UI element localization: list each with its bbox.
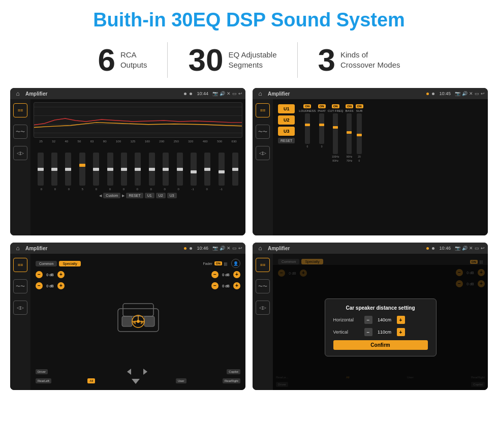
back-icon-4: ↩ (481, 246, 485, 251)
u1-btn[interactable]: U1 (145, 193, 154, 198)
dlg-sidebar-btn-3[interactable]: ◁▷ (256, 301, 270, 315)
stat-number-6: 6 (98, 44, 115, 76)
speaker-tabs-row: Common Specialty Fader ON ||| 👤 (36, 259, 240, 268)
u2-crossover[interactable]: U2 (278, 115, 295, 125)
dialog-sidebar: ≡≡ 〜〜 ◁▷ (253, 254, 273, 390)
status-bar-2: ⌂ Amplifier 10:45 📷 🔊 ✕ ▭ ↩ (253, 88, 488, 99)
minus-btn-4[interactable]: − (211, 282, 219, 289)
plus-btn-4[interactable]: + (233, 282, 240, 289)
thumb-7 (121, 168, 127, 171)
fader-sliders: ||| (224, 261, 227, 266)
rearright-btn[interactable]: RearRight (223, 378, 240, 383)
eq-graph (34, 102, 242, 138)
vertical-plus[interactable]: + (397, 328, 405, 336)
dlg-sidebar-btn-2[interactable]: 〜〜 (256, 279, 270, 293)
rect-icon-4: ▭ (475, 246, 479, 251)
u3-crossover[interactable]: U3 (278, 127, 295, 136)
slider-6 (107, 153, 113, 186)
common-tab-spk[interactable]: Common (36, 261, 57, 266)
eq-sidebar-btn-1[interactable]: ≡≡ (13, 103, 27, 117)
cross-sidebar-btn-2[interactable]: 〜〜 (256, 125, 270, 139)
time-1: 10:44 (197, 91, 208, 96)
svg-marker-10 (141, 320, 144, 324)
minus-btn-3[interactable]: − (211, 271, 219, 278)
copilot-btn[interactable]: Copilot (227, 369, 240, 374)
thumb-9 (149, 168, 155, 171)
reset-crossover[interactable]: RESET (278, 138, 295, 143)
dialog-box: Car speaker distance setting Horizontal … (325, 298, 437, 356)
eq-sidebar: ≡≡ 〜〜 ◁▷ (10, 99, 30, 235)
spk-sidebar-btn-2[interactable]: 〜〜 (13, 279, 27, 293)
home-icon-1[interactable]: ⌂ (13, 89, 22, 98)
ch-on-1: ON (303, 104, 311, 108)
freq-25: 25 (39, 140, 43, 143)
stat-text-crossover: Kinds ofCrossover Modes (340, 50, 400, 71)
plus-btn-3[interactable]: + (233, 271, 240, 278)
eq-sidebar-btn-2[interactable]: 〜〜 (13, 125, 27, 139)
specialty-tab-dlg: Specialty (301, 259, 323, 264)
eq-curve-svg (34, 103, 242, 137)
u2-btn[interactable]: U2 (156, 193, 166, 198)
home-icon-4[interactable]: ⌂ (256, 244, 265, 253)
crossover-content: ≡≡ 〜〜 ◁▷ U1 U2 U3 RESET (253, 99, 488, 235)
person-icon[interactable]: 👤 (231, 259, 240, 268)
minus-btn-1[interactable]: − (36, 271, 43, 278)
thumb-13 (204, 168, 210, 171)
custom-btn[interactable]: Custom (103, 193, 120, 198)
next-arrow[interactable]: ▶ (122, 194, 124, 198)
slider-1 (38, 153, 44, 186)
ch-cutfreq: ON CUT FREQ 100Hz 80Hz (328, 104, 344, 230)
eq-sidebar-btn-3[interactable]: ◁▷ (13, 146, 27, 160)
horizontal-minus[interactable]: − (364, 316, 372, 324)
horizontal-plus[interactable]: + (397, 316, 405, 324)
right-db-controls: − 0 dB + − 0 dB + (211, 271, 240, 367)
volume-icon-2: 🔊 (462, 91, 468, 96)
crossover-main-area: U1 U2 U3 RESET ON LOUDNESS 0 (273, 99, 488, 235)
freq-200: 200 (159, 140, 164, 143)
specialty-tab-spk[interactable]: Specialty (59, 261, 80, 266)
eq-screen: ⌂ Amplifier 10:44 📷 🔊 ✕ ▭ ↩ ≡≡ 〜〜 ◁▷ (10, 88, 245, 235)
home-icon-2[interactable]: ⌂ (256, 89, 265, 98)
slider-4 (79, 153, 85, 186)
status-bar-4: ⌂ Amplifier 10:46 📷 🔊 ✕ ▭ ↩ (253, 243, 488, 254)
rearleft-btn[interactable]: RearLeft (36, 378, 51, 383)
driver-btn[interactable]: Driver (36, 369, 48, 374)
freq-40: 40 (65, 140, 68, 143)
plus-btn-2[interactable]: + (57, 282, 65, 289)
svg-rect-3 (144, 316, 154, 326)
stat-crossover: 3 Kinds ofCrossover Modes (298, 44, 421, 76)
ch-thumb-4 (347, 131, 352, 134)
minus-btn-2[interactable]: − (36, 282, 43, 289)
fader-row: Fader ON ||| (203, 261, 227, 266)
vertical-minus[interactable]: − (364, 328, 372, 336)
screen-title-2: Amplifier (268, 91, 424, 97)
u3-btn[interactable]: U3 (167, 193, 177, 198)
stat-number-3: 3 (318, 44, 335, 76)
dot-8 (432, 247, 434, 250)
svg-marker-12 (143, 369, 147, 375)
home-icon-3[interactable]: ⌂ (13, 244, 22, 253)
all-btn[interactable]: All (87, 378, 95, 383)
spk-sidebar-btn-1[interactable]: ≡≡ (13, 258, 27, 272)
prev-arrow[interactable]: ◀ (99, 194, 102, 198)
plus-btn-1[interactable]: + (57, 271, 65, 278)
confirm-button[interactable]: Confirm (333, 340, 428, 350)
cross-sidebar-btn-3[interactable]: ◁▷ (256, 146, 270, 160)
db-val-1: 0 dB (44, 273, 56, 277)
eq-content: ≡≡ 〜〜 ◁▷ (10, 99, 245, 235)
spk-sidebar-btn-3[interactable]: ◁▷ (13, 301, 27, 315)
user-btn[interactable]: User (176, 378, 186, 383)
status-icons-4: 📷 🔊 ✕ ▭ ↩ (455, 246, 485, 251)
speaker-grid: − 0 dB + − 0 dB + (36, 271, 240, 367)
dot-1 (184, 93, 186, 95)
car-diagram (68, 271, 208, 367)
speaker-main-area: Common Specialty Fader ON ||| 👤 (30, 254, 245, 390)
reset-btn-eq[interactable]: RESET (126, 193, 143, 198)
arrow-down-icon (132, 377, 140, 385)
dlg-sidebar-btn-1[interactable]: ≡≡ (256, 258, 270, 272)
screen-title-4: Amplifier (268, 246, 424, 251)
svg-marker-11 (127, 369, 131, 375)
u1-crossover[interactable]: U1 (278, 104, 295, 113)
cross-sidebar-btn-1[interactable]: ≡≡ (256, 103, 270, 117)
crossover-channels: ON LOUDNESS 0 ON PHAT 0 (299, 104, 483, 230)
